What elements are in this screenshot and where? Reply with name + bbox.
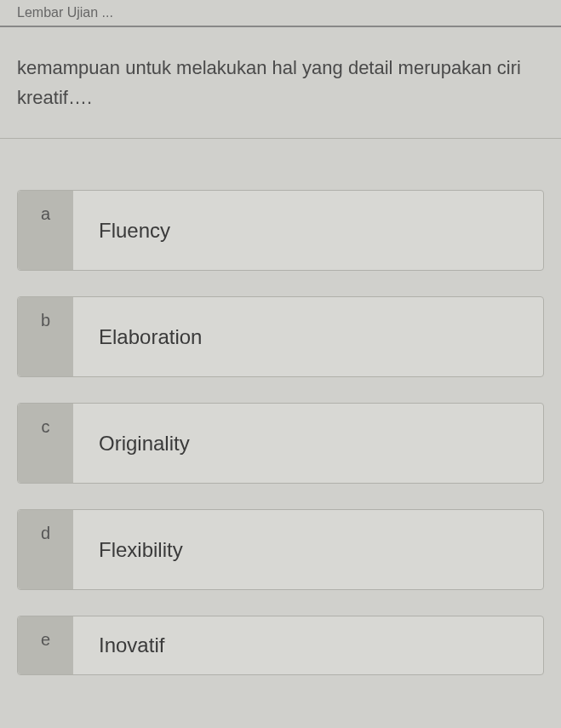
option-text: Originality — [73, 404, 543, 483]
page-header: Lembar Ujian ... — [0, 0, 561, 27]
option-letter: b — [18, 297, 73, 376]
option-letter: a — [18, 191, 73, 270]
option-text: Fluency — [73, 191, 543, 270]
option-d[interactable]: d Flexibility — [17, 509, 544, 590]
option-e[interactable]: e Inovatif — [17, 616, 544, 675]
option-text: Flexibility — [73, 510, 543, 589]
option-b[interactable]: b Elaboration — [17, 296, 544, 377]
question-text: kemampuan untuk melakukan hal yang detai… — [17, 53, 544, 112]
header-title: Lembar Ujian ... — [17, 5, 113, 20]
option-letter: c — [18, 404, 73, 483]
option-text: Elaboration — [73, 297, 543, 376]
option-c[interactable]: c Originality — [17, 403, 544, 484]
option-letter: e — [18, 616, 73, 674]
option-a[interactable]: a Fluency — [17, 190, 544, 271]
question-area: kemampuan untuk melakukan hal yang detai… — [0, 27, 561, 139]
option-text: Inovatif — [73, 616, 543, 674]
options-list: a Fluency b Elaboration c Originality d … — [0, 139, 561, 692]
option-letter: d — [18, 510, 73, 589]
